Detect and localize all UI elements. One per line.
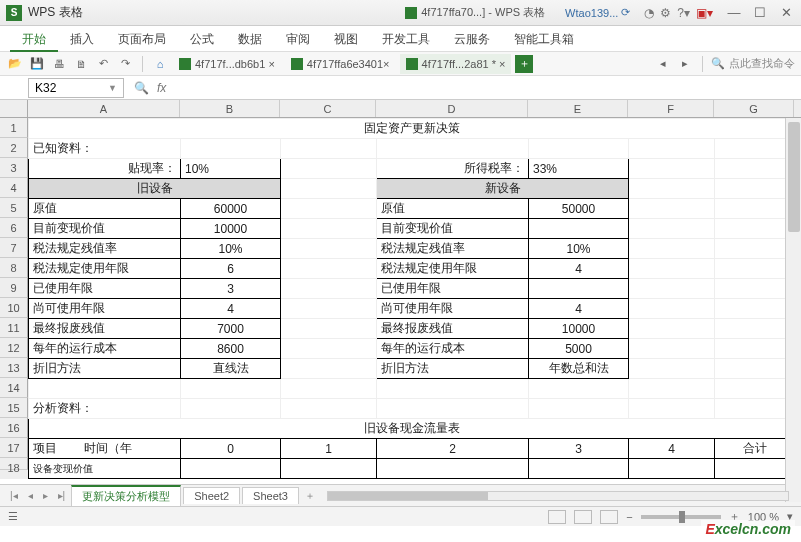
nav-right-icon[interactable]: ▸ (676, 55, 694, 73)
tab-data[interactable]: 数据 (226, 26, 274, 52)
cell[interactable]: 税法规定使用年限 (377, 259, 529, 279)
search-fx-icon[interactable]: 🔍 (134, 81, 149, 95)
row-header[interactable]: 2 (0, 138, 28, 158)
cell[interactable]: 折旧方法 (377, 359, 529, 379)
name-box[interactable]: K32 ▼ (28, 78, 124, 98)
sheet-tab-3[interactable]: Sheet3 (242, 487, 299, 504)
tab-formula[interactable]: 公式 (178, 26, 226, 52)
row-header[interactable]: 11 (0, 318, 28, 338)
cell[interactable]: 旧设备现金流量表 (29, 419, 795, 439)
row-header[interactable]: 18 (0, 458, 28, 470)
undo-icon[interactable]: ↶ (94, 55, 112, 73)
row-header[interactable]: 12 (0, 338, 28, 358)
preview-icon[interactable]: 🗎 (72, 55, 90, 73)
cell[interactable]: 4 (529, 259, 629, 279)
zoom-out-button[interactable]: − (626, 511, 632, 523)
cell[interactable]: 33% (529, 159, 629, 179)
spreadsheet-grid[interactable]: A B C D E F G 1 2 3 4 5 6 7 8 9 10 11 12… (0, 100, 801, 484)
cell[interactable]: 新设备 (377, 179, 629, 199)
cell[interactable]: 年数总和法 (529, 359, 629, 379)
cell[interactable]: 2 (377, 439, 529, 459)
home-icon[interactable]: ⌂ (151, 55, 169, 73)
command-search[interactable]: 🔍 点此查找命令 (711, 56, 795, 71)
col-header[interactable]: E (528, 100, 628, 117)
cell[interactable]: 税法规定残值率 (377, 239, 529, 259)
close-button[interactable]: ✕ (777, 4, 795, 22)
cell[interactable]: 0 (181, 439, 281, 459)
tab-cloud[interactable]: 云服务 (442, 26, 502, 52)
row-header[interactable]: 4 (0, 178, 28, 198)
user-label[interactable]: Wtao139... ⟳ (565, 6, 630, 19)
view-normal-button[interactable] (548, 510, 566, 524)
cell[interactable]: 目前变现价值 (29, 219, 181, 239)
tab-dev[interactable]: 开发工具 (370, 26, 442, 52)
fx-label[interactable]: fx (157, 81, 166, 95)
cell[interactable]: 5000 (529, 339, 629, 359)
sheet-tab-1[interactable]: 更新决策分析模型 (71, 485, 181, 506)
doc-tab-2[interactable]: 4f717ffa6e3401× (285, 54, 396, 74)
cell[interactable]: 10000 (529, 319, 629, 339)
cell[interactable]: 3 (181, 279, 281, 299)
col-header[interactable]: G (714, 100, 794, 117)
row-header[interactable]: 7 (0, 238, 28, 258)
cell[interactable]: 最终报废残值 (377, 319, 529, 339)
row-header[interactable]: 16 (0, 418, 28, 438)
cell[interactable]: 4 (629, 439, 715, 459)
cell[interactable]: 7000 (181, 319, 281, 339)
cell[interactable]: 6 (181, 259, 281, 279)
row-header[interactable]: 17 (0, 438, 28, 458)
cell[interactable]: 贴现率： (29, 159, 181, 179)
scroll-thumb[interactable] (328, 492, 488, 500)
row-header[interactable]: 10 (0, 298, 28, 318)
cell[interactable] (529, 279, 629, 299)
cell[interactable]: 已知资料： (29, 139, 181, 159)
chevron-down-icon[interactable]: ▼ (108, 83, 117, 93)
open-icon[interactable]: 📂 (6, 55, 24, 73)
skin-icon[interactable]: ◔ (644, 6, 654, 20)
cell[interactable]: 50000 (529, 199, 629, 219)
cells-table[interactable]: 固定资产更新决策 已知资料： 贴现率：10%所得税率：33% 旧设备新设备 原值… (28, 118, 795, 479)
cell[interactable]: 已使用年限 (377, 279, 529, 299)
expand-icon[interactable]: ▣▾ (696, 6, 713, 20)
cell[interactable]: 10% (529, 239, 629, 259)
cell[interactable]: 所得税率： (377, 159, 529, 179)
cell[interactable]: 项目 时间（年 (29, 439, 181, 459)
help-icon[interactable]: ?▾ (677, 6, 690, 20)
maximize-button[interactable]: ☐ (751, 4, 769, 22)
tab-insert[interactable]: 插入 (58, 26, 106, 52)
add-sheet-button[interactable]: ＋ (301, 489, 319, 503)
vertical-scrollbar[interactable] (785, 118, 801, 502)
cell[interactable]: 税法规定残值率 (29, 239, 181, 259)
col-header[interactable]: A (28, 100, 180, 117)
nav-left-icon[interactable]: ◂ (654, 55, 672, 73)
row-header[interactable]: 3 (0, 158, 28, 178)
cell[interactable]: 折旧方法 (29, 359, 181, 379)
tab-layout[interactable]: 页面布局 (106, 26, 178, 52)
cell[interactable]: 原值 (29, 199, 181, 219)
cell[interactable]: 每年的运行成本 (377, 339, 529, 359)
cell[interactable]: 直线法 (181, 359, 281, 379)
row-header[interactable]: 1 (0, 118, 28, 138)
col-header[interactable]: D (376, 100, 528, 117)
cell[interactable]: 已使用年限 (29, 279, 181, 299)
cell[interactable]: 60000 (181, 199, 281, 219)
row-header[interactable]: 5 (0, 198, 28, 218)
cell[interactable]: 目前变现价值 (377, 219, 529, 239)
cell[interactable]: 3 (529, 439, 629, 459)
cell[interactable]: 每年的运行成本 (29, 339, 181, 359)
doc-tab-1[interactable]: 4f717f...db6b1 × (173, 54, 281, 74)
minimize-button[interactable]: — (725, 4, 743, 22)
save-icon[interactable]: 💾 (28, 55, 46, 73)
row-header[interactable]: 6 (0, 218, 28, 238)
cell[interactable]: 原值 (377, 199, 529, 219)
cell[interactable]: 尚可使用年限 (377, 299, 529, 319)
scroll-thumb[interactable] (788, 122, 800, 232)
view-page-button[interactable] (574, 510, 592, 524)
sheet-nav-first[interactable]: |◂ (6, 490, 22, 501)
cell[interactable]: 税法规定使用年限 (29, 259, 181, 279)
cell-title[interactable]: 固定资产更新决策 (29, 119, 795, 139)
horizontal-scrollbar[interactable] (327, 491, 789, 501)
sheet-nav-next[interactable]: ▸ (39, 490, 52, 501)
col-header[interactable]: B (180, 100, 280, 117)
tab-review[interactable]: 审阅 (274, 26, 322, 52)
